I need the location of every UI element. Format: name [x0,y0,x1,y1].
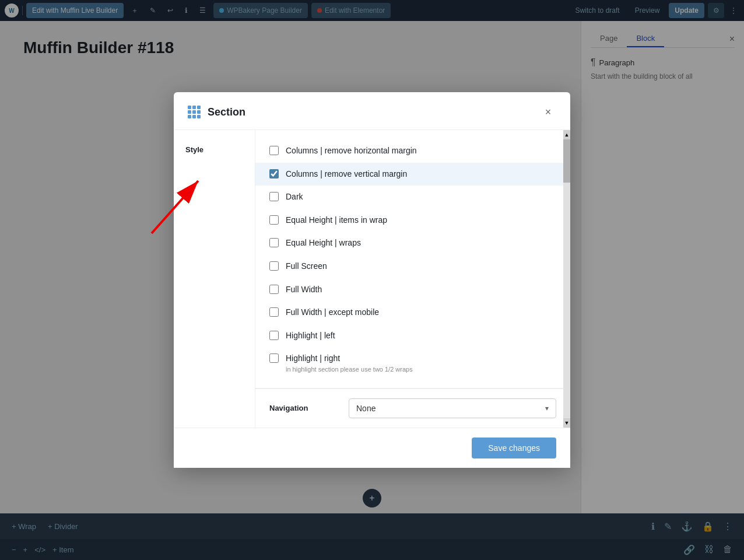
checkbox-input-0[interactable] [269,146,279,155]
checkbox-label-0: Columns | remove horizontal margin [286,145,417,157]
checkbox-input-9[interactable] [269,354,279,363]
checkbox-label-8: Highlight | left [286,330,335,342]
grid-dot [197,115,201,118]
save-changes-button[interactable]: Save changes [472,438,556,459]
checkbox-label-7: Full Width | except mobile [286,307,379,318]
checkbox-input-1[interactable] [269,169,279,178]
checkbox-label-3: Equal Height | items in wrap [286,215,387,226]
modal-close-btn[interactable]: × [540,104,556,120]
checkbox-label-4: Equal Height | wraps [286,237,361,249]
section-modal: Section × Style ▲ ▼ [174,92,570,468]
checkbox-label-5: Full Screen [286,261,327,272]
checkbox-input-7[interactable] [269,307,279,317]
grid-dot [197,110,201,114]
grid-dot [188,110,191,114]
checkbox-input-4[interactable] [269,238,279,247]
checkbox-item-2[interactable]: Dark [269,186,556,209]
modal-header: Section × [174,92,570,130]
checkbox-label-9: Highlight | right [286,353,413,365]
grid-dot [192,110,196,114]
nav-select-value: None [356,404,375,413]
scroll-up-arrow[interactable]: ▲ [563,130,570,139]
checkbox-input-8[interactable] [269,331,279,340]
checkbox-item-4[interactable]: Equal Height | wraps [269,232,556,255]
checkbox-input-5[interactable] [269,261,279,271]
checkbox-input-3[interactable] [269,215,279,225]
modal-footer: Save changes [174,428,570,468]
checkbox-item-8[interactable]: Highlight | left [269,324,556,348]
checkbox-item-9[interactable]: Highlight | right in highlight section p… [269,347,556,379]
scroll-down-arrow[interactable]: ▼ [563,418,570,428]
modal-left-panel: Style [174,130,255,428]
modal-title: Section [208,106,245,118]
grid-dot [192,115,196,118]
chevron-down-icon: ▾ [545,404,549,412]
checkbox-label-2: Dark [286,191,303,203]
checkbox-input-6[interactable] [269,285,279,294]
style-label: Style [185,145,203,154]
checkbox-label-6: Full Width [286,284,322,296]
checkbox-label-1: Columns | remove vertical margin [286,169,407,180]
grid-dot [197,106,201,109]
section-grid-icon [188,106,201,118]
checkbox-item-3[interactable]: Equal Height | items in wrap [269,209,556,232]
checkbox-item-6[interactable]: Full Width [269,278,556,302]
modal-body: Style ▲ ▼ Columns | remove horizontal ma… [174,130,570,428]
navigation-select[interactable]: None ▾ [349,398,556,418]
checkbox-item-7[interactable]: Full Width | except mobile [269,301,556,324]
modal-overlay: Section × Style ▲ ▼ [0,0,744,560]
checkbox-input-2[interactable] [269,192,279,201]
checkbox-item-5[interactable]: Full Screen [269,255,556,278]
checkbox-list: Columns | remove horizontal margin Colum… [255,130,570,388]
checkbox-sublabel-9: in highlight section please use two 1/2 … [286,366,413,373]
grid-dot [188,115,191,118]
grid-dot [188,106,191,109]
checkbox-item-0[interactable]: Columns | remove horizontal margin [269,139,556,163]
scrollbar-thumb[interactable] [563,136,570,183]
grid-dot [192,106,196,109]
navigation-label: Navigation [269,404,339,412]
modal-right-panel[interactable]: ▲ ▼ Columns | remove horizontal margin [255,130,570,428]
checkbox-item-1[interactable]: Columns | remove vertical margin [255,163,570,186]
scrollbar-track: ▲ ▼ [563,130,570,428]
navigation-row: Navigation None ▾ [255,388,570,428]
